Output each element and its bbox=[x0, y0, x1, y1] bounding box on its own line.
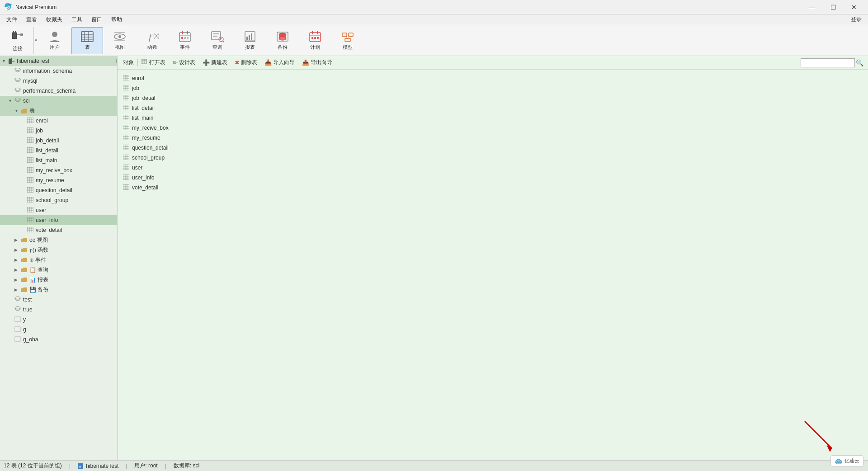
object-label: 对象 bbox=[119, 59, 138, 66]
tool-report-button[interactable]: 报表 bbox=[234, 27, 266, 54]
menu-file[interactable]: 文件 bbox=[2, 14, 22, 25]
maximize-button[interactable]: ☐ bbox=[823, 0, 844, 14]
db-performance-schema[interactable]: performance_schema bbox=[0, 86, 117, 96]
table-list-my-resume[interactable]: my_resume bbox=[119, 133, 866, 143]
menubar: 文件 查看 收藏夹 工具 窗口 帮助 登录 bbox=[0, 14, 868, 25]
svg-rect-159 bbox=[123, 105, 129, 110]
design-table-button[interactable]: ✏ 设计表 bbox=[169, 57, 199, 69]
table-list-detail[interactable]: list_detail bbox=[0, 146, 117, 155]
svg-rect-76 bbox=[27, 137, 33, 143]
table-list-job[interactable]: job bbox=[119, 83, 866, 93]
export-wizard-button[interactable]: 📤 导出向导 bbox=[298, 57, 336, 69]
list-table-name: job_detail bbox=[132, 95, 155, 101]
login-button[interactable]: 登录 bbox=[846, 15, 866, 24]
menu-help[interactable]: 帮助 bbox=[107, 14, 127, 25]
search-input[interactable] bbox=[801, 58, 855, 67]
connect-dropdown-arrow[interactable]: ▼ bbox=[33, 27, 38, 54]
svg-rect-139 bbox=[142, 59, 146, 64]
svg-rect-46 bbox=[342, 33, 347, 37]
db-information-schema[interactable]: information_schema bbox=[0, 66, 117, 76]
search-icon[interactable]: 🔍 bbox=[856, 59, 863, 66]
folder-functions[interactable]: ▶ ƒ() 函数 bbox=[0, 245, 117, 255]
table-list-question-detail[interactable]: question_detail bbox=[119, 143, 866, 153]
table-grid-icon bbox=[123, 115, 129, 122]
table-list-main[interactable]: list_main bbox=[0, 155, 117, 165]
table-list-vote-detail[interactable]: vote_detail bbox=[119, 183, 866, 193]
tool-user-button[interactable]: 用户 bbox=[39, 27, 71, 54]
open-table-button[interactable]: 打开表 bbox=[138, 57, 169, 69]
folder-backups[interactable]: ▶ 💾 备份 bbox=[0, 285, 117, 295]
table-list-list-detail[interactable]: list_detail bbox=[119, 103, 866, 113]
db-guoba[interactable]: g_oba bbox=[0, 334, 117, 344]
cloud-widget[interactable]: 亿速云 bbox=[830, 455, 863, 466]
table-user[interactable]: user bbox=[0, 205, 117, 215]
folder-views[interactable]: ▶ oo 视图 bbox=[0, 235, 117, 245]
delete-table-button[interactable]: ✖ 删除表 bbox=[231, 57, 261, 69]
table-user-info-label: user_info bbox=[36, 217, 58, 223]
table-job[interactable]: job bbox=[0, 126, 117, 136]
function-label: 函数 bbox=[147, 44, 157, 51]
expand-arrow: ▶ bbox=[14, 248, 21, 252]
table-list-job-detail[interactable]: job_detail bbox=[119, 93, 866, 103]
table-my-recive-box[interactable]: my_recive_box bbox=[0, 165, 117, 175]
folder-tables[interactable]: ▼ 表 bbox=[0, 106, 117, 116]
tool-event-button[interactable]: 事件 bbox=[169, 27, 201, 54]
table-user-info[interactable]: user_info bbox=[0, 215, 117, 225]
list-table-name: list_detail bbox=[132, 105, 155, 111]
app-icon: 🐬 bbox=[4, 3, 13, 11]
table-vote-detail[interactable]: vote_detail bbox=[0, 225, 117, 235]
folder-queries[interactable]: ▶ 📋 查询 bbox=[0, 265, 117, 275]
db-g[interactable]: g bbox=[0, 325, 117, 334]
list-table-name: enrol bbox=[132, 75, 144, 81]
connection-status: H hibernateTest bbox=[78, 463, 118, 469]
table-list-school-group[interactable]: school_group bbox=[119, 153, 866, 163]
db-test[interactable]: test bbox=[0, 295, 117, 305]
table-school-group-label: school_group bbox=[36, 197, 68, 203]
svg-rect-91 bbox=[27, 167, 33, 173]
folder-events[interactable]: ▶ ⊙ 事件 bbox=[0, 255, 117, 265]
table-school-group[interactable]: school_group bbox=[0, 195, 117, 205]
svg-rect-48 bbox=[345, 38, 350, 42]
tool-view-button[interactable]: 视图 bbox=[104, 27, 136, 54]
table-list-user[interactable]: user bbox=[119, 163, 866, 173]
db-y[interactable]: y bbox=[0, 315, 117, 325]
list-table-name: school_group bbox=[132, 155, 165, 161]
table-job-detail[interactable]: job_detail bbox=[0, 136, 117, 146]
table-list-user-info[interactable]: user_info bbox=[119, 173, 866, 183]
user-label: 用户 bbox=[50, 44, 60, 51]
folder-reports[interactable]: ▶ 📊 报表 bbox=[0, 275, 117, 285]
backup-icon bbox=[275, 30, 290, 44]
menu-window[interactable]: 窗口 bbox=[87, 14, 107, 25]
connection-label: hibernateTest bbox=[17, 58, 49, 64]
new-table-button[interactable]: ➕ 新建表 bbox=[199, 57, 231, 69]
close-button[interactable]: ✕ bbox=[844, 0, 864, 14]
tool-backup-button[interactable]: 备份 bbox=[267, 27, 298, 54]
menu-view[interactable]: 查看 bbox=[22, 14, 42, 25]
db-y-label: y bbox=[23, 316, 26, 323]
tool-query-button[interactable]: 查询 bbox=[202, 27, 233, 54]
menu-favorites[interactable]: 收藏夹 bbox=[42, 14, 67, 25]
event-folder-icon bbox=[21, 257, 28, 264]
db-true[interactable]: true bbox=[0, 305, 117, 315]
table-list-enrol[interactable]: enrol bbox=[119, 73, 866, 83]
db-mysql[interactable]: mysql bbox=[0, 76, 117, 86]
table-list-list-main[interactable]: list_main bbox=[119, 113, 866, 123]
tool-table-button[interactable]: 表 bbox=[71, 27, 103, 54]
open-icon bbox=[142, 59, 148, 66]
tool-model-button[interactable]: 模型 bbox=[332, 27, 363, 54]
table-enrol[interactable]: enrol bbox=[0, 116, 117, 126]
import-wizard-button[interactable]: 📥 导入向导 bbox=[261, 57, 298, 69]
table-question-detail[interactable]: question_detail bbox=[0, 185, 117, 195]
db-scl[interactable]: ▼ scl bbox=[0, 96, 117, 106]
connection-hibernateTest[interactable]: ▼ hibernateTest | bbox=[0, 56, 117, 66]
tool-function-button[interactable]: ƒ (x) 函数 bbox=[137, 27, 168, 54]
function-icon: ƒ (x) bbox=[145, 30, 160, 44]
tool-plan-button[interactable]: 计划 bbox=[299, 27, 331, 54]
minimize-button[interactable]: — bbox=[802, 0, 823, 14]
table-list-my-recive-box[interactable]: my_recive_box bbox=[119, 123, 866, 133]
menu-tools[interactable]: 工具 bbox=[67, 14, 87, 25]
table-my-resume[interactable]: my_resume bbox=[0, 175, 117, 185]
tool-connect-button[interactable]: 连接 bbox=[2, 27, 33, 54]
svg-point-59 bbox=[15, 78, 20, 80]
table-user-label: user bbox=[36, 207, 46, 213]
